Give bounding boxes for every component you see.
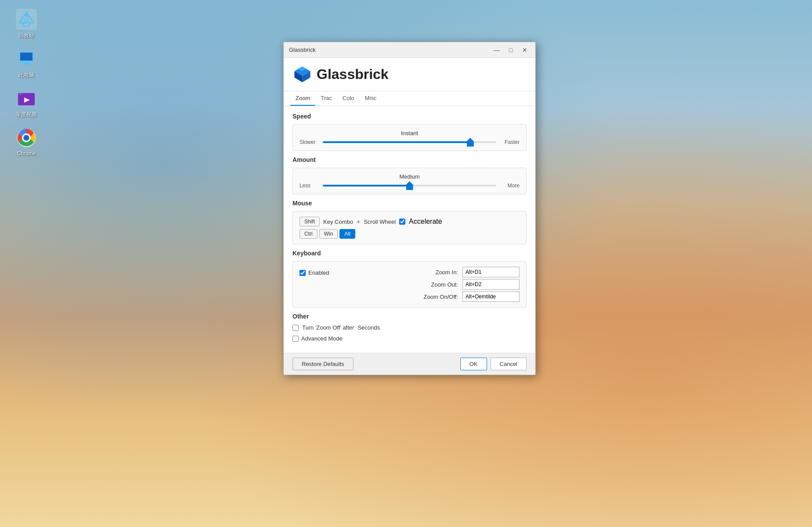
close-button[interactable]: ✕ — [520, 46, 530, 54]
other-title: Other — [292, 313, 527, 320]
speed-box: Instant Slower Faster — [292, 124, 527, 151]
speed-title: Speed — [292, 113, 527, 120]
tabs-row: Zoom Trac Colo Misc — [284, 91, 535, 106]
seconds-label: Seconds — [357, 324, 380, 331]
chrome-label: Chrome — [17, 151, 36, 157]
keyboard-box: Enabled Zoom In: Zoom Out: Zoom On/Off: — [292, 261, 527, 308]
shift-key-badge[interactable]: Shift — [300, 217, 320, 226]
keyboard-enabled-row: Enabled — [300, 269, 329, 276]
turn-off-checkbox[interactable] — [292, 325, 299, 331]
maximize-button[interactable]: □ — [505, 46, 516, 54]
video-folder-image — [16, 88, 37, 109]
recycle-bin-label: 回收站 — [18, 32, 34, 39]
amount-slider-thumb[interactable] — [406, 181, 413, 190]
alt-key-button[interactable]: Alt — [339, 229, 355, 239]
keyboard-section: Keyboard Enabled Zoom In: Zoom Out: Zoom… — [292, 250, 527, 308]
amount-slider-track[interactable] — [323, 185, 496, 186]
tab-colo[interactable]: Colo — [337, 91, 360, 106]
accelerate-label: Accelerate — [409, 218, 442, 226]
amount-center-label: Medium — [399, 173, 419, 180]
turn-off-row: Turn 'Zoom Off' after Seconds — [292, 324, 527, 331]
svg-text:♻: ♻ — [25, 14, 29, 18]
key-combo-label: Key Combo — [323, 219, 353, 225]
key-combo-buttons: Ctrl Win Alt — [300, 229, 520, 239]
restore-defaults-button[interactable]: Restore Defaults — [292, 358, 354, 370]
zoom-onoff-input[interactable] — [462, 291, 520, 302]
plus-sign: + — [357, 218, 360, 225]
amount-title: Amount — [292, 156, 527, 163]
svg-rect-4 — [24, 61, 29, 63]
amount-section: Amount Medium Less More — [292, 156, 527, 194]
footer-right-buttons: OK Cancel — [460, 358, 527, 370]
tab-zoom[interactable]: Zoom — [290, 91, 315, 106]
turn-off-label: Turn 'Zoom Off' after — [302, 324, 354, 331]
amount-slider-fill — [323, 185, 410, 186]
scroll-wheel-label: Scroll Wheel — [364, 219, 396, 225]
desktop-icons-area: ♻ 回收站 此电脑 零度视频 — [0, 0, 53, 174]
ok-button[interactable]: OK — [460, 358, 487, 370]
mouse-section: Mouse Shift Key Combo + Scroll Wheel Acc… — [292, 200, 527, 244]
speed-center-label: Instant — [401, 130, 418, 136]
speed-slider-container: Instant Slower Faster — [300, 130, 520, 145]
chrome-icon[interactable]: Chrome — [9, 127, 44, 157]
other-section: Other Turn 'Zoom Off' after Seconds Adva… — [292, 313, 527, 342]
zoom-onoff-label: Zoom On/Off: — [423, 294, 458, 300]
svg-rect-5 — [22, 63, 31, 65]
amount-box: Medium Less More — [292, 168, 527, 194]
win-key-button[interactable]: Win — [319, 229, 338, 239]
app-logo — [292, 65, 312, 84]
svg-rect-3 — [20, 53, 32, 61]
keyboard-title: Keyboard — [292, 250, 527, 257]
svg-point-11 — [24, 136, 29, 140]
advanced-mode-row: Advanced Mode — [292, 335, 527, 342]
video-folder-icon[interactable]: 零度视频 — [9, 88, 44, 118]
app-header: Glassbrick — [284, 58, 535, 91]
chrome-image — [16, 127, 37, 148]
advanced-mode-checkbox[interactable] — [292, 336, 299, 342]
window-title: Glassbrick — [289, 47, 316, 53]
speed-slider-thumb[interactable] — [467, 138, 474, 147]
zoom-in-label: Zoom In: — [423, 269, 458, 276]
amount-left-label: Less — [300, 183, 319, 189]
video-folder-label: 零度视频 — [16, 111, 37, 118]
computer-label: 此电脑 — [18, 72, 34, 79]
advanced-mode-label: Advanced Mode — [301, 335, 343, 342]
window-controls: — □ ✕ — [491, 46, 530, 54]
keyboard-shortcuts-grid: Zoom In: Zoom Out: Zoom On/Off: — [423, 267, 520, 302]
zoom-in-input[interactable] — [462, 267, 520, 277]
speed-slider-track[interactable] — [323, 141, 496, 143]
keyboard-enabled-checkbox[interactable] — [300, 270, 306, 276]
speed-slider-row: Slower Faster — [300, 139, 520, 145]
computer-image — [16, 48, 37, 69]
window-content: Speed Instant Slower Faster Amount — [284, 106, 535, 353]
speed-left-label: Slower — [300, 139, 319, 145]
amount-right-label: More — [500, 183, 520, 189]
ctrl-key-button[interactable]: Ctrl — [300, 229, 318, 239]
mouse-title: Mouse — [292, 200, 527, 207]
recycle-bin-icon[interactable]: ♻ 回收站 — [9, 9, 44, 39]
minimize-button[interactable]: — — [491, 46, 502, 54]
speed-right-label: Faster — [500, 139, 520, 145]
zoom-out-label: Zoom Out: — [423, 281, 458, 288]
window-footer: Restore Defaults OK Cancel — [284, 353, 535, 375]
accelerate-checkbox[interactable] — [399, 219, 405, 225]
amount-slider-row: Less More — [300, 183, 520, 189]
speed-section: Speed Instant Slower Faster — [292, 113, 527, 151]
recycle-bin-image: ♻ — [16, 9, 37, 30]
tab-trac[interactable]: Trac — [315, 91, 337, 106]
app-name: Glassbrick — [317, 66, 389, 82]
speed-slider-fill — [323, 141, 470, 143]
tab-misc[interactable]: Misc — [360, 91, 382, 106]
this-computer-icon[interactable]: 此电脑 — [9, 48, 44, 79]
cancel-button[interactable]: Cancel — [491, 358, 527, 370]
keyboard-enabled-label: Enabled — [308, 269, 329, 276]
amount-slider-container: Medium Less More — [300, 173, 520, 189]
mouse-key-combo-row: Shift Key Combo + Scroll Wheel Accelerat… — [300, 217, 520, 226]
zoom-out-input[interactable] — [462, 279, 520, 290]
glassbrick-window: Glassbrick — □ ✕ Glassbrick Zoom Trac Co… — [283, 42, 536, 375]
window-titlebar: Glassbrick — □ ✕ — [284, 42, 535, 58]
mouse-box: Shift Key Combo + Scroll Wheel Accelerat… — [292, 211, 527, 244]
